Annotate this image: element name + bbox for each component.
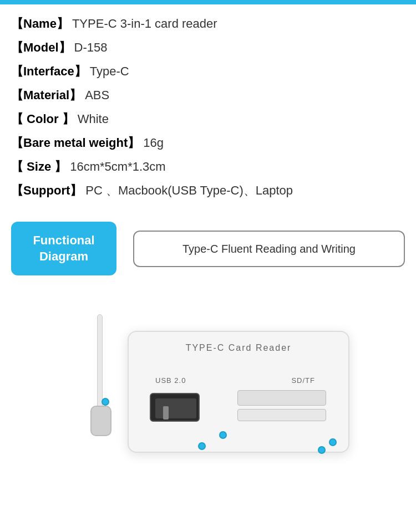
- spec-value: 16g: [143, 134, 164, 152]
- usb-label: USB 2.0: [155, 376, 186, 385]
- spec-row: 【Bare metal weight】16g: [11, 134, 405, 152]
- reader-body-label: TYPE-C Card Reader: [186, 343, 292, 353]
- usb-contacts: [163, 406, 169, 420]
- top-bar: [0, 0, 416, 4]
- spec-value: TYPE-C 3-in-1 card reader: [72, 14, 217, 33]
- usb-inner: [155, 398, 196, 418]
- cable: [97, 314, 103, 411]
- spec-row: 【Model】D-158: [11, 38, 405, 57]
- spec-value: ABS: [85, 86, 109, 104]
- spec-value: 16cm*5cm*1.3cm: [70, 157, 165, 176]
- reader-body: TYPE-C Card Reader USB 2.0 SD/TF: [128, 331, 349, 453]
- type-c-connector: [90, 406, 111, 436]
- spec-label: 【Support】: [11, 181, 82, 200]
- dot-sd: [318, 446, 326, 454]
- device-illustration: TYPE-C Card Reader USB 2.0 SD/TF: [42, 298, 374, 508]
- buttons-section: Functional Diagram Type-C Fluent Reading…: [0, 211, 416, 281]
- spec-row: 【Material】ABS: [11, 86, 405, 104]
- product-image-section: TYPE-C Card Reader USB 2.0 SD/TF: [0, 281, 416, 508]
- spec-value: White: [78, 110, 109, 128]
- spec-row: 【Interface】Type-C: [11, 62, 405, 80]
- spec-value: PC 、Macbook(USB Type-C)、Laptop: [85, 181, 293, 200]
- spec-row: 【 Size 】16cm*5cm*1.3cm: [11, 157, 405, 176]
- functional-diagram-button[interactable]: Functional Diagram: [11, 222, 116, 275]
- spec-label: 【Material】: [11, 86, 82, 104]
- specs-section: 【Name】TYPE-C 3-in-1 card reader【Model】D-…: [0, 4, 416, 211]
- spec-label: 【Name】: [11, 14, 69, 33]
- sd-slot: [237, 390, 326, 406]
- usb-port: [150, 393, 200, 422]
- sd-slot-group: [237, 390, 332, 426]
- spec-label: 【 Size 】: [11, 157, 67, 176]
- spec-value: Type-C: [90, 62, 129, 80]
- dot-connector: [102, 398, 109, 406]
- spec-label: 【Interface】: [11, 62, 87, 80]
- spec-row: 【 Color 】White: [11, 110, 405, 128]
- tf-slot: [237, 409, 326, 421]
- spec-value: D-158: [74, 38, 108, 57]
- spec-label: 【Bare metal weight】: [11, 134, 140, 152]
- feature-button[interactable]: Type-C Fluent Reading and Writing: [133, 231, 405, 267]
- spec-label: 【Model】: [11, 38, 71, 57]
- spec-label: 【 Color 】: [11, 110, 74, 128]
- spec-row: 【Name】TYPE-C 3-in-1 card reader: [11, 14, 405, 33]
- sd-label: SD/TF: [291, 376, 315, 385]
- spec-row: 【Support】PC 、Macbook(USB Type-C)、Laptop: [11, 181, 405, 200]
